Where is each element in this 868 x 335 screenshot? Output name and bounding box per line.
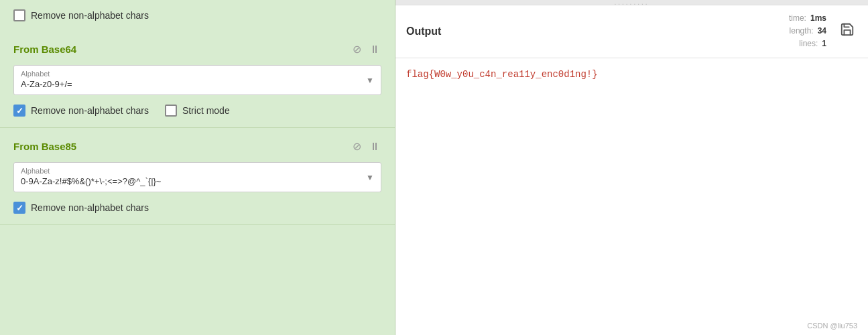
output-content: flag{W0w_y0u_c4n_rea11y_enc0d1ng!} (395, 58, 868, 335)
from-base85-dropdown-arrow: ▼ (366, 173, 374, 182)
right-panel: ......... Output time: 1ms length: 34 li… (395, 0, 868, 335)
length-label: length: (790, 25, 814, 38)
lines-label: lines: (799, 38, 818, 50)
top-remove-nonalpha-box[interactable] (13, 9, 25, 21)
from-base85-alphabet-value: 0-9A-Za-z!#$%&()*+\-;<=>?@^_`{|}~ (14, 175, 381, 192)
from-base64-section: From Base64 ⊘ ⏸ Alphabet A-Za-z0-9+/= ▼ … (0, 31, 395, 128)
divider: ......... (395, 0, 868, 5)
from-base64-alphabet-select[interactable]: Alphabet A-Za-z0-9+/= ▼ (13, 65, 381, 95)
lines-value: 1 (822, 38, 826, 50)
from-base85-remove-nonalpha-box[interactable] (13, 202, 25, 214)
from-base64-remove-nonalpha[interactable]: Remove non-alphabet chars (13, 105, 149, 117)
lines-row: lines: 1 (789, 38, 826, 50)
top-remove-nonalpha-checkbox[interactable]: Remove non-alphabet chars (13, 9, 381, 21)
from-base85-pause-icon[interactable]: ⏸ (368, 139, 381, 154)
output-meta: time: 1ms length: 34 lines: 1 (789, 12, 857, 51)
from-base64-strict-mode-label: Strict mode (182, 105, 230, 116)
from-base85-alphabet-label: Alphabet (14, 163, 381, 175)
from-base85-remove-nonalpha[interactable]: Remove non-alphabet chars (13, 202, 149, 214)
from-base64-icons: ⊘ ⏸ (351, 42, 381, 57)
length-row: length: 34 (789, 25, 826, 38)
output-text: flag{W0w_y0u_c4n_rea11y_enc0d1ng!} (406, 69, 598, 80)
top-remove-nonalpha-label: Remove non-alphabet chars (31, 10, 149, 21)
from-base85-checkboxes: Remove non-alphabet chars (13, 202, 381, 214)
from-base85-disable-icon[interactable]: ⊘ (351, 139, 363, 154)
output-header: Output time: 1ms length: 34 lines: 1 (395, 5, 868, 58)
from-base64-remove-nonalpha-box[interactable] (13, 105, 25, 117)
from-base85-remove-nonalpha-label: Remove non-alphabet chars (31, 202, 149, 213)
from-base64-remove-nonalpha-label: Remove non-alphabet chars (31, 105, 149, 116)
save-button[interactable] (837, 19, 857, 43)
from-base85-alphabet-select[interactable]: Alphabet 0-9A-Za-z!#$%&()*+\-;<=>?@^_`{|… (13, 162, 381, 192)
from-base64-alphabet-value: A-Za-z0-9+/= (14, 78, 381, 94)
from-base85-section: From Base85 ⊘ ⏸ Alphabet 0-9A-Za-z!#$%&(… (0, 128, 395, 225)
from-base85-header: From Base85 ⊘ ⏸ (13, 139, 381, 154)
from-base64-strict-mode-box[interactable] (165, 105, 177, 117)
top-section: Remove non-alphabet chars (0, 0, 395, 31)
output-title: Output (406, 25, 441, 38)
watermark: CSDN @liu753 (807, 322, 857, 330)
from-base85-icons: ⊘ ⏸ (351, 139, 381, 154)
from-base64-dropdown-arrow: ▼ (366, 76, 374, 85)
time-row: time: 1ms (789, 12, 826, 25)
from-base64-disable-icon[interactable]: ⊘ (351, 42, 363, 57)
from-base64-header: From Base64 ⊘ ⏸ (13, 42, 381, 57)
left-panel: Remove non-alphabet chars From Base64 ⊘ … (0, 0, 395, 335)
from-base64-pause-icon[interactable]: ⏸ (368, 42, 381, 57)
from-base64-title: From Base64 (13, 44, 76, 55)
from-base64-alphabet-label: Alphabet (14, 66, 381, 78)
output-stats: time: 1ms length: 34 lines: 1 (789, 12, 826, 51)
time-value: 1ms (810, 12, 826, 25)
time-label: time: (789, 12, 806, 25)
length-value: 34 (818, 25, 826, 38)
from-base64-checkboxes: Remove non-alphabet chars Strict mode (13, 105, 381, 117)
from-base85-title: From Base85 (13, 141, 76, 152)
from-base64-strict-mode[interactable]: Strict mode (165, 105, 230, 117)
